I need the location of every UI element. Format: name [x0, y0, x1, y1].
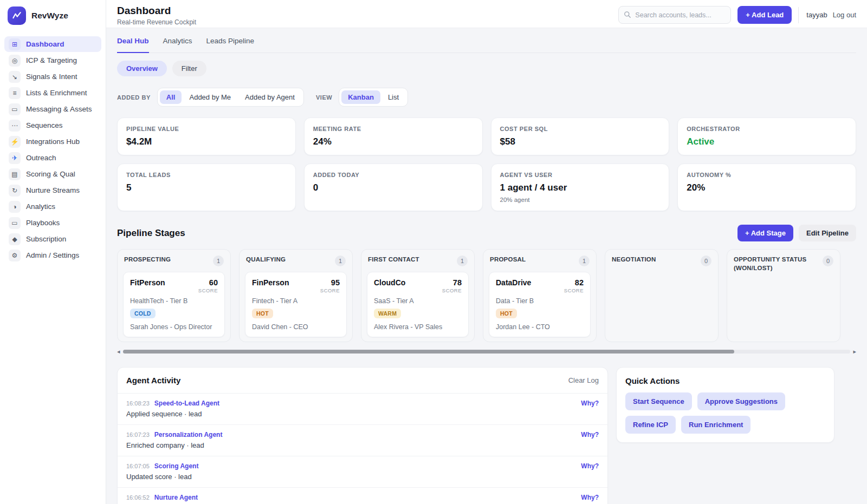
kpi-value: 24% [313, 136, 474, 147]
sidebar-item-label: Outreach [26, 154, 56, 162]
sidebar-item-icp-targeting[interactable]: ◎ ICP & Targeting [4, 53, 101, 68]
signal-icon: ↘ [9, 71, 21, 83]
user-area: tayyab Log out [798, 7, 856, 23]
grid-icon: ⊞ [9, 38, 21, 50]
sidebar-item-analytics[interactable]: ◑ Analytics [4, 199, 101, 214]
refine-icp-button[interactable]: Refine ICP [625, 416, 676, 434]
tab-bar: Deal Hub Analytics Leads Pipeline [117, 28, 856, 53]
approve-suggestions-button[interactable]: Approve Suggestions [697, 392, 785, 410]
kpi-card-autonomy: AUTONOMY % 20% [677, 163, 856, 211]
lead-card-cloudco[interactable]: CloudCo 78 SCORE SaaS - Tier A WARM Alex… [367, 272, 469, 337]
refresh-icon: ↻ [9, 185, 21, 197]
pipeline-title: Pipeline Stages [117, 228, 185, 239]
sidebar-item-playbooks[interactable]: ▭ Playbooks [4, 215, 101, 231]
activity-agent-link[interactable]: Personalization Agent [154, 431, 223, 438]
main-area: Dashboard Real-time Revenue Cockpit + Ad… [106, 0, 867, 504]
edit-pipeline-button[interactable]: Edit Pipeline [799, 225, 856, 241]
kpi-label: ADDED TODAY [313, 172, 474, 178]
scroll-right-icon[interactable]: ▸ [853, 349, 856, 355]
kpi-value: $4.2M [126, 136, 287, 147]
pill-filter[interactable]: Filter [172, 61, 206, 76]
stage-header: NEGOTIATION 0 [611, 256, 713, 266]
stage-header: PROPOSAL 1 [489, 256, 591, 266]
added-by-option-agent[interactable]: Added by Agent [238, 90, 301, 104]
activity-agent-link[interactable]: Scoring Agent [154, 462, 199, 470]
added-by-option-me[interactable]: Added by Me [183, 90, 237, 104]
lead-contact: Alex Rivera - VP Sales [374, 323, 462, 331]
sidebar-item-sequences[interactable]: ⋯ Sequences [4, 117, 101, 133]
kpi-card-added-today: ADDED TODAY 0 [304, 163, 483, 211]
kanban-board: PROSPECTING 1 FitPerson 60 SCORE HealthT… [117, 249, 856, 342]
sidebar-item-label: Admin / Settings [26, 251, 79, 259]
pill-overview[interactable]: Overview [117, 61, 167, 76]
why-link[interactable]: Why? [581, 494, 599, 501]
activity-agent-link[interactable]: Speed-to-Lead Agent [154, 400, 219, 407]
add-stage-button[interactable]: + Add Stage [737, 225, 793, 241]
stage-header: QUALIFYING 1 [245, 256, 347, 266]
agent-activity-card: Agent Activity Clear Log 16:08:23 Speed-… [117, 367, 608, 504]
kpi-card-total-leads: TOTAL LEADS 5 [117, 163, 296, 211]
stage-count-badge: 1 [579, 256, 590, 266]
sidebar-item-admin-settings[interactable]: ⚙ Admin / Settings [4, 247, 101, 263]
sidebar-item-integrations-hub[interactable]: ⚡ Integrations Hub [4, 134, 101, 149]
stage-name: FIRST CONTACT [368, 256, 419, 264]
sidebar-item-subscription[interactable]: ◆ Subscription [4, 231, 101, 247]
kpi-value: 20% [687, 182, 847, 193]
stage-count-badge: 1 [335, 256, 346, 266]
list-icon: ≡ [9, 87, 21, 99]
clear-log-link[interactable]: Clear Log [568, 376, 599, 384]
lead-card-finperson[interactable]: FinPerson 95 SCORE Fintech - Tier A HOT … [245, 272, 347, 337]
tab-analytics[interactable]: Analytics [163, 37, 192, 53]
lead-score-block: 60 SCORE [198, 278, 218, 293]
search-input[interactable] [618, 6, 731, 24]
run-enrichment-button[interactable]: Run Enrichment [681, 416, 750, 434]
added-by-option-all[interactable]: All [160, 90, 182, 104]
activity-row: 16:07:05 Scoring Agent Why? Updated scor… [118, 456, 607, 488]
kanban-scrollbar: ◂ ▸ [117, 348, 856, 355]
sidebar-item-label: Lists & Enrichment [26, 89, 87, 97]
sidebar-item-label: Messaging & Assets [26, 105, 92, 113]
scrollbar-track[interactable] [123, 350, 851, 354]
sidebar-item-dashboard[interactable]: ⊞ Dashboard [4, 36, 101, 52]
activity-description: Enriched company · lead [126, 441, 599, 449]
scroll-left-icon[interactable]: ◂ [117, 349, 120, 355]
sidebar-item-lists-enrichment[interactable]: ≡ Lists & Enrichment [4, 85, 101, 101]
sidebar-item-outreach[interactable]: ✈ Outreach [4, 150, 101, 166]
sidebar-item-signals-intent[interactable]: ↘ Signals & Intent [4, 69, 101, 84]
paper-plane-icon: ✈ [9, 152, 21, 164]
stage-count-badge: 1 [213, 256, 224, 266]
start-sequence-button[interactable]: Start Sequence [625, 392, 692, 410]
stage-header: FIRST CONTACT 1 [367, 256, 469, 266]
lead-card-datadrive[interactable]: DataDrive 82 SCORE Data - Tier B HOT Jor… [489, 272, 591, 337]
add-lead-button[interactable]: + Add Lead [737, 6, 792, 24]
sidebar-item-label: Dashboard [26, 40, 64, 48]
sidebar-item-scoring-qual[interactable]: ▤ Scoring & Qual [4, 166, 101, 182]
lead-score-block: 82 SCORE [564, 278, 584, 293]
search-wrap [618, 6, 731, 24]
kpi-grid: PIPELINE VALUE $4.2M MEETING RATE 24% CO… [117, 117, 856, 211]
view-option-list[interactable]: List [381, 90, 405, 104]
username: tayyab [806, 11, 827, 19]
tab-leads-pipeline[interactable]: Leads Pipeline [206, 37, 255, 53]
scrollbar-thumb[interactable] [123, 350, 734, 354]
kpi-value: 5 [126, 182, 287, 193]
activity-time: 16:08:23 [126, 400, 150, 407]
why-link[interactable]: Why? [581, 431, 599, 438]
why-link[interactable]: Why? [581, 462, 599, 470]
filter-row: ADDED BY All Added by Me Added by Agent … [117, 88, 856, 107]
activity-agent-link[interactable]: Nurture Agent [154, 494, 198, 501]
logout-link[interactable]: Log out [833, 11, 856, 19]
why-link[interactable]: Why? [581, 400, 599, 407]
lead-company: FinPerson [252, 278, 289, 287]
sidebar-item-messaging-assets[interactable]: ▭ Messaging & Assets [4, 101, 101, 117]
view-option-kanban[interactable]: Kanban [341, 90, 380, 104]
tab-deal-hub[interactable]: Deal Hub [117, 37, 149, 53]
stage-column-first-contact: FIRST CONTACT 1 CloudCo 78 SCORE SaaS - … [361, 249, 475, 342]
sidebar-item-nurture-streams[interactable]: ↻ Nurture Streams [4, 182, 101, 198]
revwyze-logo-icon [8, 6, 26, 25]
lead-card-fitperson[interactable]: FitPerson 60 SCORE HealthTech - Tier B C… [123, 272, 225, 337]
lead-company: FitPerson [130, 278, 165, 287]
agent-activity-header: Agent Activity Clear Log [118, 368, 607, 394]
sidebar-item-label: Signals & Intent [26, 73, 77, 81]
stage-name: PROPOSAL [490, 256, 526, 264]
